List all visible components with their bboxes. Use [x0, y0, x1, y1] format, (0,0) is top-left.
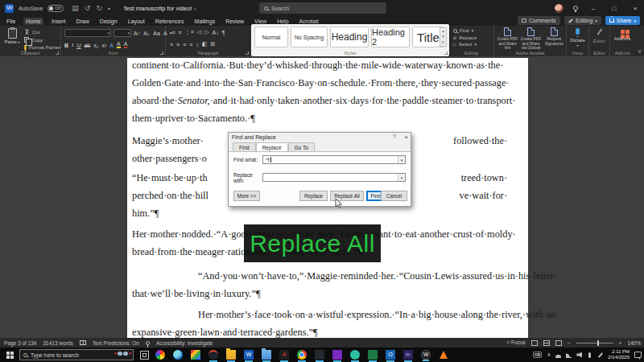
taskbar-app-dark-browser[interactable]: [208, 350, 218, 360]
text-effects-button[interactable]: A: [109, 43, 114, 48]
request-signatures-button[interactable]: Request Signatures: [543, 27, 566, 51]
accessibility-status[interactable]: Accessibility: Investigate: [156, 340, 213, 346]
taskbar-app-code[interactable]: [315, 350, 324, 360]
create-pdf-share-link-button[interactable]: Create PDF and Share link: [496, 27, 519, 51]
taskbar-app-file-explorer[interactable]: [226, 350, 236, 360]
font-color-button[interactable]: A: [124, 41, 128, 48]
tab-acrobat[interactable]: Acrobat: [299, 19, 319, 24]
taskbar-app-acrobat[interactable]: A: [279, 350, 289, 360]
taskbar-app-edge[interactable]: [173, 350, 183, 360]
copy-button[interactable]: Copy: [24, 37, 61, 43]
shading-button[interactable]: ◧: [202, 41, 208, 47]
tab-layout[interactable]: Layout: [128, 19, 145, 24]
find-what-input[interactable]: ^t▾: [262, 155, 406, 164]
taskbar-app-purple[interactable]: [332, 350, 342, 360]
cloud-icon[interactable]: [555, 352, 561, 358]
focus-mode-button[interactable]: ⌗ Focus: [507, 339, 526, 346]
tab-mailings[interactable]: Mailings: [194, 19, 215, 24]
style-heading-2[interactable]: Heading 2: [371, 27, 410, 47]
justify-button[interactable]: ≡: [189, 42, 192, 47]
highlight-color-button[interactable]: A: [117, 41, 121, 48]
editor-button[interactable]: Editor: [589, 28, 609, 43]
clock[interactable]: 2:11 PM2/14/2025: [608, 349, 630, 360]
clipboard-dialog-launcher-icon[interactable]: [56, 51, 59, 55]
subscript-button[interactable]: x₂: [93, 43, 98, 48]
find-button[interactable]: Find▾: [453, 28, 477, 33]
multilevel-list-button[interactable]: ⋮≡: [185, 29, 194, 35]
dictate-button[interactable]: Dictate▾: [567, 28, 588, 47]
grow-font-button[interactable]: A↑: [134, 31, 140, 36]
zoom-in-button[interactable]: +: [619, 340, 622, 346]
tab-view[interactable]: View: [254, 19, 266, 24]
document-title[interactable]: Test manuscritp for video! ∨: [123, 5, 196, 12]
undo-icon[interactable]: ↺: [85, 4, 91, 12]
proofing-status-icon[interactable]: [80, 340, 86, 345]
pen-tray-icon[interactable]: [597, 352, 603, 358]
save-icon[interactable]: ▤: [72, 4, 79, 12]
tab-review[interactable]: Review: [225, 19, 244, 24]
shrink-font-button[interactable]: A↓: [143, 31, 150, 36]
search-box[interactable]: Search: [259, 2, 386, 14]
taskbar-app-word[interactable]: W: [244, 350, 254, 360]
borders-button[interactable]: ⊞: [211, 41, 216, 47]
zoom-out-button[interactable]: −: [568, 340, 571, 346]
page-number-status[interactable]: Page 3 of 134: [4, 340, 36, 346]
paste-button[interactable]: Paste ▾: [4, 28, 20, 44]
line-spacing-button[interactable]: ↕: [196, 42, 199, 47]
bold-button[interactable]: B: [64, 43, 68, 48]
dialog-replace-button[interactable]: Replace: [299, 191, 328, 201]
find-dropdown-icon[interactable]: ▾: [398, 156, 405, 163]
bullets-button[interactable]: •≡: [170, 30, 175, 35]
tab-home[interactable]: Home: [23, 18, 43, 25]
superscript-button[interactable]: x²: [101, 43, 106, 48]
strikethrough-button[interactable]: ab: [84, 43, 90, 48]
styles-dialog-launcher-icon[interactable]: [444, 51, 448, 55]
taskbar-app-color-wheel[interactable]: [155, 350, 165, 360]
cancel-button[interactable]: Cancel: [381, 191, 407, 201]
decrease-indent-button[interactable]: ◁: [197, 29, 201, 35]
numbering-button[interactable]: ≡: [179, 30, 182, 35]
comments-button[interactable]: Comments: [518, 16, 560, 25]
styles-gallery-scroll[interactable]: ▴▾≡: [440, 27, 447, 47]
web-layout-icon[interactable]: [555, 340, 562, 346]
taskbar-app-vlc[interactable]: [439, 350, 448, 360]
share-button[interactable]: Share ▾: [605, 16, 640, 25]
taskbar-app-teal[interactable]: [350, 350, 360, 360]
font-dialog-launcher-icon[interactable]: [160, 51, 163, 55]
tab-references[interactable]: References: [155, 19, 184, 24]
taskbar-app-word-circle[interactable]: W: [421, 350, 431, 360]
sort-button[interactable]: A↓: [213, 30, 219, 35]
style-no-spacing[interactable]: No Spacing: [291, 27, 328, 47]
align-left-button[interactable]: ≡: [170, 42, 173, 47]
microphone-tray-icon[interactable]: [587, 352, 592, 358]
addins-button[interactable]: Add-ins: [610, 28, 634, 41]
tab-design[interactable]: Design: [100, 19, 118, 24]
text-predictions-status[interactable]: Text Predictions: On: [93, 340, 139, 346]
replace-dropdown-icon[interactable]: ▾: [398, 174, 405, 181]
taskbar-app-photos[interactable]: [191, 350, 200, 360]
maximize-button[interactable]: □: [609, 5, 620, 12]
minimize-button[interactable]: –: [588, 5, 599, 12]
redo-icon[interactable]: ↻: [96, 4, 102, 12]
tray-game-bar-icon[interactable]: XB: [533, 352, 542, 358]
taskbar-app-premiere[interactable]: Pr: [403, 350, 413, 360]
increase-indent-button[interactable]: ▷: [204, 29, 208, 35]
taskbar-app-chrome[interactable]: [297, 350, 307, 360]
replace-with-input[interactable]: ▾: [262, 173, 406, 182]
create-pdf-outlook-button[interactable]: Create PDF and Share via Outlook: [519, 27, 543, 51]
dialog-close-button[interactable]: ×: [404, 134, 408, 141]
zoom-slider-thumb[interactable]: [597, 340, 599, 346]
tab-help[interactable]: Help: [277, 19, 288, 24]
italic-button[interactable]: I: [72, 42, 73, 48]
show-formatting-marks-button[interactable]: ¶: [222, 30, 225, 35]
taskbar-search-box[interactable]: Type here to search ♥♥: [19, 349, 134, 360]
word-count-status[interactable]: 31413 words: [43, 340, 72, 346]
change-case-button[interactable]: Aa: [153, 31, 160, 36]
task-view-button[interactable]: [140, 351, 149, 360]
autosave-toggle[interactable]: Off: [47, 5, 64, 12]
more-button[interactable]: More >>: [233, 191, 260, 201]
dialog-help-button[interactable]: ?: [393, 134, 396, 139]
underline-button[interactable]: U: [76, 43, 80, 48]
zoom-slider[interactable]: [576, 343, 613, 343]
align-right-button[interactable]: ≡: [183, 42, 186, 47]
